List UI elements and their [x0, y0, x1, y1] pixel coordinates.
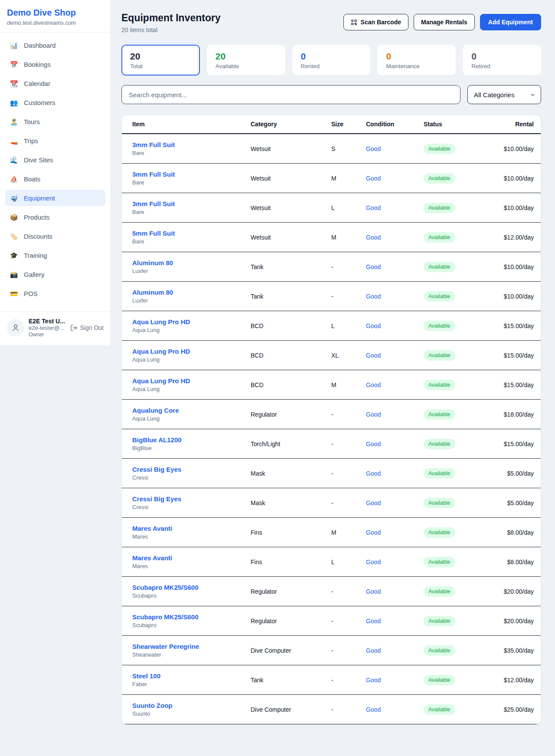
condition-link[interactable]: Good: [366, 322, 381, 329]
col-item: Item: [132, 121, 251, 128]
item-link[interactable]: Aqua Lung Pro HD: [132, 377, 190, 385]
condition-link[interactable]: Good: [366, 500, 381, 506]
rental-cell: $18.00/day: [489, 411, 534, 418]
sidebar-item-discounts[interactable]: 🏷️ Discounts: [5, 228, 105, 244]
category-cell: Wetsuit: [251, 175, 331, 182]
stats-row: 20 Total 20 Available 0 Rented 0 Mainten…: [121, 45, 541, 76]
status-badge: Available: [424, 439, 455, 449]
scan-barcode-button[interactable]: Scan Barcode: [343, 14, 408, 30]
sidebar-item-label: Dive Sites: [24, 156, 53, 164]
item-brand: Cressi: [132, 504, 251, 510]
condition-link[interactable]: Good: [366, 381, 381, 388]
nav-icon: 🎓: [10, 252, 18, 259]
item-link[interactable]: 3mm Full Suit: [132, 200, 175, 207]
table-row: 3mm Full Suit Bare Wetsuit S Good Availa…: [122, 134, 541, 164]
sidebar-item-equipment[interactable]: 🤿 Equipment: [5, 190, 105, 206]
condition-link[interactable]: Good: [366, 706, 381, 713]
item-link[interactable]: Scubapro MK25/S600: [132, 613, 199, 621]
user-box: E2E Test U... e2e-tester@... Owner Sign …: [0, 311, 111, 344]
item-brand: Luxfer: [132, 268, 251, 274]
table-row: Aqua Lung Pro HD Aqua Lung BCD M Good Av…: [122, 370, 541, 400]
item-link[interactable]: Mares Avanti: [132, 525, 172, 532]
item-link[interactable]: Scubapro MK25/S600: [132, 584, 199, 591]
sidebar-item-boats[interactable]: ⛵ Boats: [5, 171, 105, 187]
category-cell: Dive Computer: [251, 706, 331, 713]
nav-icon: ⛵: [10, 176, 18, 182]
size-cell: L: [331, 204, 366, 211]
rental-cell: $15.00/day: [489, 322, 534, 329]
condition-link[interactable]: Good: [366, 263, 381, 270]
item-link[interactable]: 5mm Full Suit: [132, 230, 175, 237]
stat-label: Retired: [471, 63, 532, 69]
item-link[interactable]: Shearwater Peregrine: [132, 643, 199, 650]
add-equipment-button[interactable]: Add Equipment: [480, 14, 541, 30]
item-cell: Shearwater Peregrine Shearwater: [132, 643, 251, 658]
stat-label: Maintenance: [386, 63, 447, 69]
condition-link[interactable]: Good: [366, 529, 381, 536]
item-link[interactable]: Mares Avanti: [132, 554, 172, 562]
condition-link[interactable]: Good: [366, 411, 381, 418]
item-link[interactable]: Aluminum 80: [132, 259, 173, 266]
status-badge: Available: [424, 409, 455, 420]
size-cell: M: [331, 234, 366, 241]
item-link[interactable]: Aqua Lung Pro HD: [132, 348, 190, 355]
sign-out-button[interactable]: Sign Out: [70, 324, 104, 332]
user-icon: [11, 323, 20, 332]
sidebar-item-trips[interactable]: 🚤 Trips: [5, 132, 105, 149]
item-link[interactable]: BigBlue AL1200: [132, 436, 182, 444]
search-input[interactable]: [121, 85, 460, 104]
sidebar-item-bookings[interactable]: 📅 Bookings: [5, 56, 105, 72]
sidebar-item-dive-sites[interactable]: 🌊 Dive Sites: [5, 151, 105, 168]
item-link[interactable]: 3mm Full Suit: [132, 141, 175, 148]
condition-cell: Good: [366, 647, 424, 654]
condition-link[interactable]: Good: [366, 204, 381, 211]
stat-card-maintenance[interactable]: 0 Maintenance: [377, 45, 456, 76]
status-cell: Available: [424, 527, 489, 538]
condition-link[interactable]: Good: [366, 559, 381, 565]
size-cell: -: [331, 677, 366, 684]
stat-card-retired[interactable]: 0 Retired: [463, 45, 541, 76]
rental-cell: $15.00/day: [489, 440, 534, 447]
condition-link[interactable]: Good: [366, 293, 381, 300]
condition-link[interactable]: Good: [366, 618, 381, 625]
item-brand: Bare: [132, 150, 251, 156]
stat-card-rented[interactable]: 0 Rented: [292, 45, 371, 76]
condition-link[interactable]: Good: [366, 234, 381, 241]
manage-rentals-button[interactable]: Manage Rentals: [414, 14, 475, 30]
brand-block: Demo Dive Shop demo.test.divestreams.com: [0, 0, 111, 33]
sidebar-item-customers[interactable]: 👥 Customers: [5, 94, 105, 111]
condition-link[interactable]: Good: [366, 352, 381, 359]
condition-link[interactable]: Good: [366, 647, 381, 654]
item-link[interactable]: Steel 100: [132, 672, 160, 680]
item-link[interactable]: Cressi Big Eyes: [132, 466, 181, 473]
category-cell: BCD: [251, 352, 331, 359]
size-cell: -: [331, 411, 366, 418]
sidebar-item-tours[interactable]: 🏝️ Tours: [5, 113, 105, 130]
condition-link[interactable]: Good: [366, 677, 381, 684]
condition-link[interactable]: Good: [366, 145, 381, 152]
condition-link[interactable]: Good: [366, 470, 381, 477]
item-link[interactable]: Aqualung Core: [132, 407, 179, 414]
item-link[interactable]: 3mm Full Suit: [132, 171, 175, 178]
status-cell: Available: [424, 380, 489, 390]
sidebar-item-training[interactable]: 🎓 Training: [5, 247, 105, 263]
sidebar-item-dashboard[interactable]: 📊 Dashboard: [5, 37, 105, 53]
item-cell: Aluminum 80 Luxfer: [132, 259, 251, 274]
status-cell: Available: [424, 350, 489, 361]
category-select[interactable]: All Categories: [467, 85, 541, 104]
sidebar-item-gallery[interactable]: 📸 Gallery: [5, 266, 105, 283]
item-link[interactable]: Aluminum 80: [132, 289, 173, 296]
sidebar-item-pos[interactable]: 💳 POS: [5, 285, 105, 302]
stat-card-available[interactable]: 20 Available: [207, 45, 285, 76]
condition-link[interactable]: Good: [366, 588, 381, 595]
rental-cell: $10.00/day: [489, 293, 534, 300]
item-link[interactable]: Cressi Big Eyes: [132, 495, 181, 503]
condition-link[interactable]: Good: [366, 440, 381, 447]
sidebar-item-products[interactable]: 📦 Products: [5, 209, 105, 225]
sidebar-item-calendar[interactable]: 📆 Calendar: [5, 75, 105, 92]
stat-card-total[interactable]: 20 Total: [121, 45, 200, 76]
status-badge: Available: [424, 203, 455, 213]
item-link[interactable]: Aqua Lung Pro HD: [132, 318, 190, 325]
condition-link[interactable]: Good: [366, 175, 381, 182]
item-link[interactable]: Suunto Zoop: [132, 702, 172, 709]
